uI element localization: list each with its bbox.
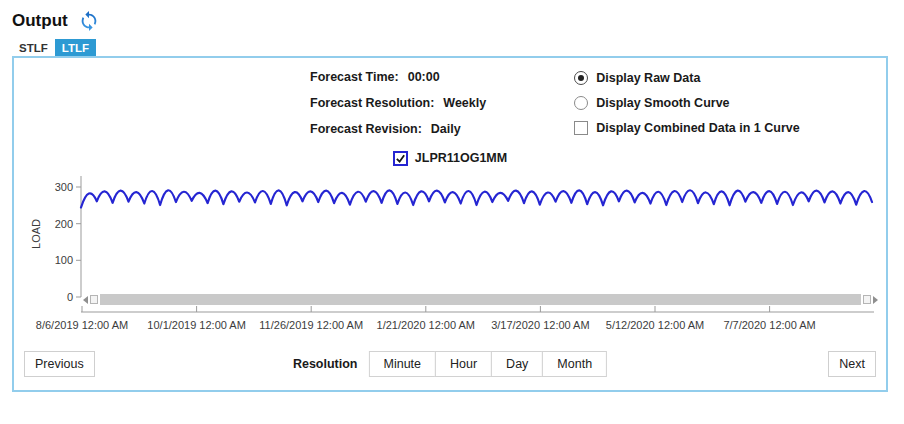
refresh-icon[interactable] [78,10,100,32]
display-options-block: Display Raw Data Display Smooth Curve Di… [574,70,800,145]
svg-text:8/6/2019 12:00 AM: 8/6/2019 12:00 AM [36,319,128,331]
checkbox-checked-icon [393,151,408,166]
forecast-revision-row: Forecast Revision: Daily [310,122,486,138]
forecast-info-block: Forecast Time: 00:00 Forecast Resolution… [310,70,486,148]
header: Output [12,8,892,34]
resolution-label: Resolution [293,357,358,371]
resolution-group: Resolution Minute Hour Day Month [293,351,607,377]
resolution-minute-button[interactable]: Minute [368,351,436,377]
footer-controls: Previous Resolution Minute Hour Day Mont… [24,350,876,377]
forecast-settings-area: Forecast Time: 00:00 Forecast Resolution… [24,70,876,148]
chart-area: 0100200300LOAD8/6/2019 12:00 AM10/1/2019… [26,172,878,336]
checkbox-unchecked-icon [574,121,588,135]
radio-selected-icon [574,71,588,85]
chart-svg: 0100200300LOAD8/6/2019 12:00 AM10/1/2019… [26,172,878,336]
forecast-time-value: 00:00 [408,70,440,86]
tab-ltlf[interactable]: LTLF [55,39,96,56]
resolution-hour-button[interactable]: Hour [435,351,492,377]
forecast-resolution-value: Weekly [443,96,486,112]
chart-range-scrollbar [83,293,878,306]
forecast-revision-value: Daily [431,122,461,138]
scrollbar-left-arrow-icon[interactable] [83,296,88,304]
radio-display-smooth-curve-label: Display Smooth Curve [596,96,729,110]
radio-display-smooth-curve[interactable]: Display Smooth Curve [574,95,800,111]
forecast-revision-label: Forecast Revision: [310,122,422,138]
scrollbar-right-grip[interactable] [863,295,871,304]
resolution-month-button[interactable]: Month [542,351,607,377]
page-title: Output [12,11,68,31]
svg-text:7/7/2020 12:00 AM: 7/7/2020 12:00 AM [723,319,815,331]
resolution-day-button[interactable]: Day [491,351,543,377]
svg-text:200: 200 [55,218,73,230]
svg-text:100: 100 [55,254,73,266]
svg-text:5/12/2020 12:00 AM: 5/12/2020 12:00 AM [606,319,704,331]
radio-display-raw-data-label: Display Raw Data [596,71,700,85]
svg-text:1/21/2020 12:00 AM: 1/21/2020 12:00 AM [377,319,475,331]
next-button[interactable]: Next [828,351,876,377]
previous-button[interactable]: Previous [24,351,95,377]
scrollbar-thumb[interactable] [100,294,861,305]
tab-bar: STLF LTLF [12,39,892,56]
checkbox-display-combined-label: Display Combined Data in 1 Curve [596,121,800,135]
forecast-resolution-label: Forecast Resolution: [310,96,434,112]
svg-text:3/17/2020 12:00 AM: 3/17/2020 12:00 AM [491,319,589,331]
tab-stlf[interactable]: STLF [12,39,55,56]
forecast-time-row: Forecast Time: 00:00 [310,70,486,86]
ltlf-panel: Forecast Time: 00:00 Forecast Resolution… [12,56,888,392]
svg-text:LOAD: LOAD [30,219,42,249]
svg-text:10/1/2019 12:00 AM: 10/1/2019 12:00 AM [147,319,245,331]
forecast-resolution-row: Forecast Resolution: Weekly [310,96,486,112]
checkbox-display-combined[interactable]: Display Combined Data in 1 Curve [574,120,800,136]
svg-text:0: 0 [67,291,73,303]
radio-display-raw-data[interactable]: Display Raw Data [574,70,800,86]
scrollbar-right-arrow-icon[interactable] [873,296,878,304]
scrollbar-left-grip[interactable] [90,295,98,304]
legend-series-label: JLPR11OG1MM [415,151,507,165]
svg-text:300: 300 [55,181,73,193]
radio-unselected-icon [574,96,588,110]
svg-text:11/26/2019 12:00 AM: 11/26/2019 12:00 AM [259,319,363,331]
forecast-time-label: Forecast Time: [310,70,399,86]
legend-series-toggle[interactable]: JLPR11OG1MM [24,148,876,168]
